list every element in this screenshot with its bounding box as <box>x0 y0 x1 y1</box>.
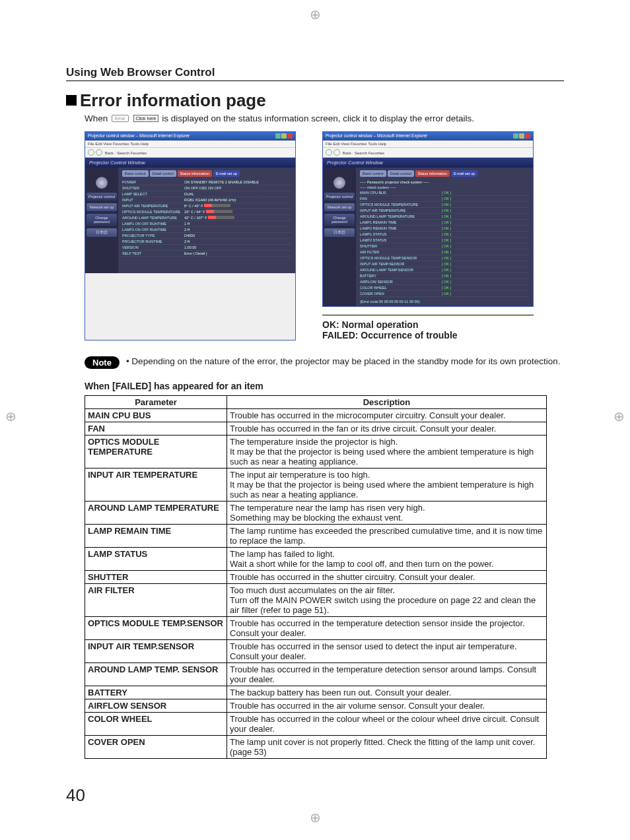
table-row: OPTICS MODULE TEMPERATUREThe temperature… <box>85 436 547 468</box>
desc-cell: Trouble has occurred in the colour wheel… <box>227 713 547 736</box>
sidebar-item[interactable]: Projector control <box>87 193 117 201</box>
window-buttons <box>512 133 530 139</box>
tab-selected[interactable]: Status information <box>415 170 450 177</box>
status-line: SELF TESTError ( Detail ) <box>122 251 291 257</box>
tab[interactable]: Detail control <box>150 170 176 177</box>
desc-cell: Trouble has occurred in the temperature … <box>227 617 547 640</box>
desc-cell: The lamp has failed to light.Wait a shor… <box>227 548 547 571</box>
param-cell: LAMP REMAIN TIME <box>85 525 227 548</box>
check-line: LAMP1 REMAIN TIME[ OK ] <box>360 220 529 226</box>
pcw-banner: Projector Control Window <box>85 158 295 168</box>
page-title: Error information page <box>66 90 564 111</box>
check-line: INPUT AIR TEMP.SENSOR[ OK ] <box>360 261 529 267</box>
window-title: Projector control window – Microsoft Int… <box>326 133 427 139</box>
table-row: MAIN CPU BUSTrouble has occurred in the … <box>85 409 547 422</box>
table-row: COLOR WHEELTrouble has occurred in the c… <box>85 713 547 736</box>
sidebar-item[interactable]: Network set up <box>87 203 117 211</box>
menu-bar: File Edit View Favorites Tools Help <box>85 141 295 148</box>
desc-cell: The input air temperature is too high.It… <box>227 468 547 501</box>
pcw-banner: Projector Control Window <box>323 158 533 168</box>
caption-ok: OK: Normal operation <box>322 319 534 330</box>
square-bullet-icon <box>66 95 77 106</box>
error-code: (Error code 00 00 00 00 00 11 00 00) <box>360 300 529 304</box>
note-label: Note <box>85 356 120 369</box>
check-line: INPUT AIR TEMPERATURE[ OK ] <box>360 208 529 214</box>
tab-selected[interactable]: Status information <box>178 170 212 177</box>
desc-cell: The lamp runtime has exceeded the prescr… <box>227 525 547 548</box>
caption-failed: FAILED: Occurrence of trouble <box>322 330 534 340</box>
status-screenshot: Projector control window – Microsoft Int… <box>85 131 296 340</box>
toolbar: Back · Search Favorites <box>323 148 533 158</box>
tab[interactable]: E-mail set up <box>213 170 240 177</box>
check-line: LAMP2 REMAIN TIME[ OK ] <box>360 226 529 232</box>
window-title: Projector control window – Microsoft Int… <box>88 133 190 139</box>
status-line: AROUND LAMP TEMPERATURE42° C / 107° F <box>122 215 291 221</box>
document-page: ⊕ ⊕ ⊕ ⊕ Using Web Browser Control Error … <box>0 0 630 832</box>
tab[interactable]: E-mail set up <box>451 170 477 177</box>
table-row: COVER OPENThe lamp unit cover is not pro… <box>85 736 547 759</box>
check-line: AIRFLOW SENSOR[ OK ] <box>360 279 529 285</box>
param-cell: INPUT AIR TEMP.SENSOR <box>85 640 227 663</box>
note-text: • Depending on the nature of the error, … <box>126 356 561 366</box>
check-line: COVER OPEN[ OK ] <box>360 291 529 297</box>
tab[interactable]: Detail control <box>388 170 414 177</box>
check-line: LAMP2 STATUS[ OK ] <box>360 238 529 243</box>
table-row: LAMP STATUSThe lamp has failed to light.… <box>85 548 547 571</box>
breadcrumb: Using Web Browser Control <box>66 66 564 81</box>
tab[interactable]: Basic control <box>360 170 386 177</box>
tab[interactable]: Basic control <box>122 170 149 177</box>
table-subhead: When [FAILED] has appeared for an item <box>85 381 564 391</box>
checksystem-column: Projector control window – Microsoft Int… <box>322 131 534 340</box>
clickhere-chip[interactable]: Click here <box>133 115 158 122</box>
page-number: 40 <box>66 785 564 806</box>
table-row: OPTICS MODULE TEMP.SENSORTrouble has occ… <box>85 617 547 640</box>
desc-cell: The lamp unit cover is not properly fitt… <box>227 736 547 759</box>
sidebar-item[interactable]: Network set up <box>324 203 355 211</box>
param-cell: SHUTTER <box>85 571 227 584</box>
checksystem-screenshot: Projector control window – Microsoft Int… <box>322 131 534 307</box>
logo-icon <box>96 177 108 189</box>
desc-cell: Trouble has occurred in the temperature … <box>227 663 547 686</box>
status-line: POWERON STANDBY REMOTE 2 ENABLE DISABLE <box>122 179 291 185</box>
sidebar-item[interactable]: Change password <box>324 214 355 226</box>
status-line: SHUTTERON OFF OSD ON OFF <box>122 185 291 191</box>
desc-cell: Trouble has occurred in the fan or its d… <box>227 422 547 436</box>
toolbar: Back · Search Favorites <box>85 148 295 158</box>
table-row: AIRFLOW SENSORTrouble has occurred in th… <box>85 699 547 713</box>
check-line: FAN[ OK ] <box>360 196 529 202</box>
checksystem-panel: Basic control Detail control Status info… <box>356 168 533 306</box>
crop-mark-right: ⊕ <box>613 408 625 424</box>
param-cell: AROUND LAMP TEMPERATURE <box>85 501 227 525</box>
table-row: INPUT AIR TEMPERATUREThe input air tempe… <box>85 468 547 501</box>
table-row: BATTERYThe backup battery has been run o… <box>85 686 547 699</box>
check-line: OPTICS MODULE TEMPERATURE[ OK ] <box>360 202 529 208</box>
error-chip: Error <box>112 115 129 122</box>
desc-cell: The temperature inside the projector is … <box>227 436 547 468</box>
param-cell: BATTERY <box>85 686 227 699</box>
sidebar: Projector control Network set up Change … <box>323 168 356 306</box>
sidebar-item[interactable]: 日本語 <box>324 228 355 237</box>
param-cell: COVER OPEN <box>85 736 227 759</box>
sidebar-item[interactable]: Change password <box>87 214 117 226</box>
error-table: Parameter Description MAIN CPU BUSTroubl… <box>85 395 547 759</box>
table-row: LAMP REMAIN TIMEThe lamp runtime has exc… <box>85 525 547 548</box>
intro-prefix: When <box>85 113 108 123</box>
table-row: INPUT AIR TEMP.SENSORTrouble has occurre… <box>85 640 547 663</box>
param-cell: COLOR WHEEL <box>85 713 227 736</box>
title-text: Error information page <box>80 90 266 110</box>
desc-cell: Too much dust accumulates on the air fil… <box>227 584 547 617</box>
status-line: PROJECTOR RUNTIME2 H <box>122 239 291 245</box>
crop-mark-bottom: ⊕ <box>310 810 321 825</box>
status-line: INPUT AIR TEMPERATURE8° C / 40° F <box>122 203 291 209</box>
crop-mark-top: ⊕ <box>310 7 321 22</box>
sidebar-item[interactable]: 日本語 <box>87 228 117 237</box>
menu-bar: File Edit View Favorites Tools Help <box>323 141 533 148</box>
sidebar-item[interactable]: Projector control <box>324 193 355 201</box>
check-line: LAMP1 STATUS[ OK ] <box>360 232 529 238</box>
intro-suffix: is displayed on the status information s… <box>162 113 474 123</box>
check-header: ----- Panasonic projector check system -… <box>360 180 429 184</box>
desc-cell: Trouble has occurred in the air volume s… <box>227 699 547 713</box>
status-line: LAMP2 ON OFF RUNTIME2 H <box>122 227 291 233</box>
desc-cell: Trouble has occurred in the sensor used … <box>227 640 547 663</box>
status-line: INPUTRGB1 XGA60 (48.4kHz/60.1Hz) <box>122 197 291 203</box>
